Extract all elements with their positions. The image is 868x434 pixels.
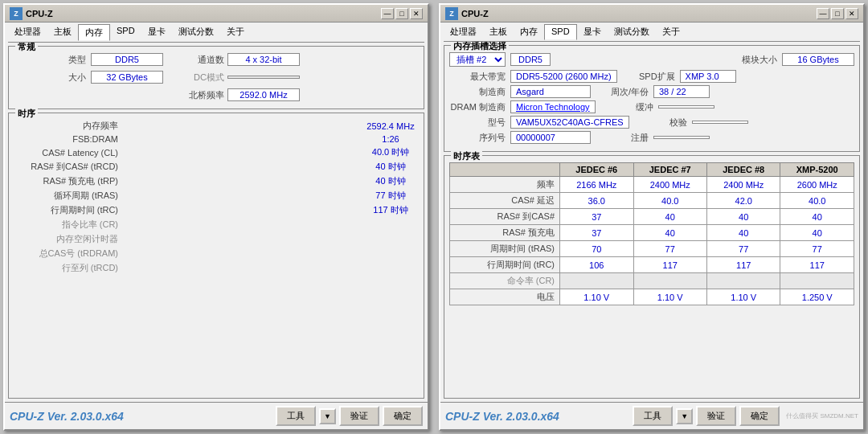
cl-value: 40.0 时钟 [362,146,419,158]
freq-jedec7: 2400 MHz [633,177,706,193]
tab-about-1[interactable]: 关于 [220,24,251,40]
ok-button-2[interactable]: 确定 [739,406,780,426]
close-button-2[interactable]: ✕ [845,8,858,19]
tras-value: 77 时钟 [362,190,419,202]
verify-button-2[interactable]: 验证 [696,406,736,426]
trcd-jedec6: 37 [560,209,633,225]
buffer-label: 缓冲 [605,101,653,113]
trc-value: 117 时钟 [362,204,419,216]
tools-button-1[interactable]: 工具 [276,406,316,426]
tab-gpu-1[interactable]: 显卡 [141,24,172,40]
verify-value [692,121,748,124]
cl-xmp: 40.0 [780,193,854,209]
trcd-xmp: 40 [780,209,854,225]
slot-selector[interactable]: 插槽 #2 [449,52,506,67]
tab-motherboard-1[interactable]: 主板 [47,24,78,40]
minimize-button-2[interactable]: — [817,8,829,19]
channel-value: 4 x 32-bit [227,53,300,66]
manufacturer-label: 制造商 [449,86,506,98]
fsb-value: 1:26 [362,134,419,144]
verify-label: 校验 [639,117,687,129]
voltage-jedec8: 1.10 V [706,289,780,305]
trp-value: 40 时钟 [362,175,419,187]
tab-spd-1[interactable]: SPD [110,24,141,40]
trc-jedec7: 117 [633,257,706,273]
trdram-label: 总CAS号 (tRDRAM) [14,248,118,260]
northbridge-row: 北桥频率 2592.0 MHz [14,88,419,101]
cl-row: CAS# Latency (CL) 40.0 时钟 [14,146,419,158]
trcd-jedec7: 40 [633,209,706,225]
tab-gpu-2[interactable]: 显卡 [577,24,608,39]
manufacturer-value: Asgard [510,85,591,98]
close-button-1[interactable]: ✕ [410,8,423,19]
version-2: CPU-Z Ver. 2.03.0.x64 [445,410,629,423]
trcd2-row: 行至列 (tRCD) [14,262,419,274]
footer-2: CPU-Z Ver. 2.03.0.x64 工具 ▼ 验证 确定 什么值得买 S… [440,402,863,429]
freq-row-label: 频率 [450,177,560,193]
channel-label: 通道数 [176,54,224,66]
version-1: CPU-Z Ver. 2.03.0.x64 [10,410,272,423]
tab-processor-2[interactable]: 处理器 [444,24,483,39]
tab-motherboard-2[interactable]: 主板 [483,24,514,39]
trc-row: 行周期时间 (tRC) 117 时钟 [14,204,419,216]
trc-label: 行周期时间 (tRC) [14,204,118,216]
cr2-xmp [780,273,854,289]
tools-dropdown-1[interactable]: ▼ [319,408,336,424]
spd-ext-value: XMP 3.0 [680,70,736,83]
window-title-1: CPU-Z [26,9,378,18]
trcd2-label: 行至列 (tRCD) [14,262,118,274]
mem-freq-row: 内存频率 2592.4 MHz [14,120,419,132]
tab-processor-1[interactable]: 处理器 [8,24,47,40]
window-controls-2: — □ ✕ [817,8,858,19]
maximize-button-2[interactable]: □ [831,8,844,19]
tab-about-2[interactable]: 关于 [656,24,686,39]
timing-content: 内存频率 2592.4 MHz FSB:DRAM 1:26 CAS# Laten… [14,120,419,274]
tras-row-label: 周期时间 (tRAS) [450,241,560,257]
serial-row: 序列号 00000007 注册 [449,131,854,144]
table-row: 电压 1.10 V 1.10 V 1.10 V 1.250 V [450,289,854,305]
week-year-label: 周次/年份 [600,86,649,98]
tab-memory-1[interactable]: 内存 [78,24,110,41]
cr2-jedec6 [560,273,633,289]
cr2-jedec8 [706,273,780,289]
tras-jedec7: 77 [633,241,706,257]
freq-xmp: 2600 MHz [780,177,854,193]
menu-bar-2: 处理器 主板 内存 SPD 显卡 测试分数 关于 [440,23,863,41]
tools-button-2[interactable]: 工具 [633,406,673,426]
nb-freq-label: 北桥频率 [176,89,224,101]
trc-xmp: 117 [780,257,854,273]
verify-button-1[interactable]: 验证 [339,406,379,426]
tools-dropdown-2[interactable]: ▼ [676,408,693,424]
col-header-xmp: XMP-5200 [780,163,854,177]
timing-table-group: 时序表 JEDEC #6 JEDEC #7 JEDEC #8 XMP-5200 … [444,155,860,399]
serial-value: 00000007 [510,131,591,144]
type-row: 类型 DDR5 通道数 4 x 32-bit [14,53,419,66]
window-title-2: CPU-Z [461,9,813,18]
tab-bench-2[interactable]: 测试分数 [608,24,656,39]
cl-jedec6: 36.0 [560,193,633,209]
timing-table: JEDEC #6 JEDEC #7 JEDEC #8 XMP-5200 频率 2… [449,162,854,305]
cr-row: 指令比率 (CR) [14,219,419,231]
minimize-button-1[interactable]: — [381,8,394,19]
buffer-value [658,105,714,108]
tab-bench-1[interactable]: 测试分数 [172,24,220,40]
col-header-jedec6: JEDEC #6 [560,163,633,177]
cr2-row-label: 命令率 (CR) [450,273,560,289]
serial-label: 序列号 [449,132,506,144]
tras-jedec8: 77 [706,241,780,257]
register-value [653,136,710,139]
table-row: 行周期时间 (tRC) 106 117 117 117 [450,257,854,273]
tras-label: 循环周期 (tRAS) [14,190,118,202]
freq-jedec8: 2400 MHz [706,177,780,193]
trc-jedec6: 106 [560,257,633,273]
maximize-button-1[interactable]: □ [395,8,408,19]
ok-button-1[interactable]: 确定 [383,406,423,426]
type-value: DDR5 [91,53,163,66]
tab-spd-2[interactable]: SPD [544,24,577,40]
type-label: 类型 [14,54,86,66]
trdram-row: 总CAS号 (tRDRAM) [14,248,419,260]
table-row: CAS# 延迟 36.0 40.0 42.0 40.0 [450,193,854,209]
fsb-row: FSB:DRAM 1:26 [14,134,419,144]
tab-memory-2[interactable]: 内存 [514,24,544,39]
week-year-value: 38 / 22 [653,85,710,98]
